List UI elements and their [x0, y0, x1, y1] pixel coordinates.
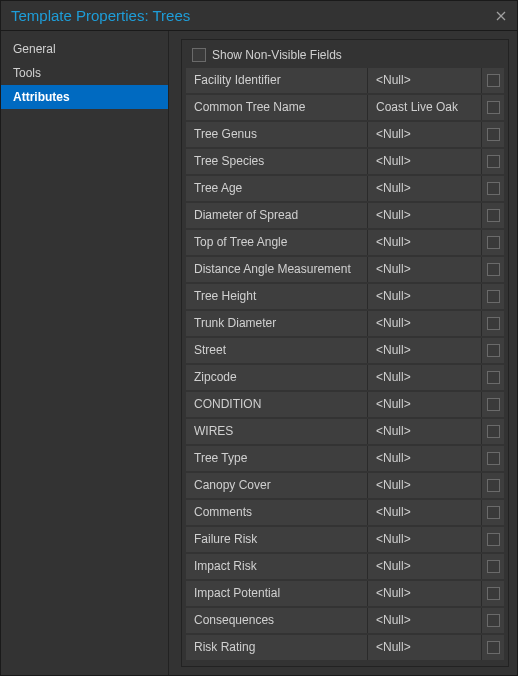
attribute-check-cell	[482, 365, 504, 390]
attribute-value[interactable]: <Null>	[368, 338, 482, 363]
attribute-label: Tree Height	[186, 284, 368, 309]
attribute-row: Common Tree NameCoast Live Oak	[186, 95, 504, 120]
attribute-row: Tree Genus<Null>	[186, 122, 504, 147]
attribute-check-cell	[482, 257, 504, 282]
attribute-checkbox[interactable]	[487, 317, 500, 330]
attribute-checkbox[interactable]	[487, 641, 500, 654]
attribute-label: Comments	[186, 500, 368, 525]
attribute-check-cell	[482, 122, 504, 147]
attribute-label: Zipcode	[186, 365, 368, 390]
attribute-table: Facility Identifier<Null>Common Tree Nam…	[186, 68, 504, 662]
titlebar: Template Properties: Trees	[1, 1, 517, 31]
attribute-value[interactable]: <Null>	[368, 554, 482, 579]
sidebar-item-tools[interactable]: Tools	[1, 61, 168, 85]
attribute-value[interactable]: <Null>	[368, 284, 482, 309]
attribute-checkbox[interactable]	[487, 155, 500, 168]
attribute-value[interactable]: <Null>	[368, 122, 482, 147]
attribute-checkbox[interactable]	[487, 425, 500, 438]
dialog-window: Template Properties: Trees GeneralToolsA…	[0, 0, 518, 676]
attribute-value[interactable]: <Null>	[368, 230, 482, 255]
attribute-value[interactable]: <Null>	[368, 635, 482, 660]
attribute-checkbox[interactable]	[487, 587, 500, 600]
attribute-checkbox[interactable]	[487, 452, 500, 465]
attribute-check-cell	[482, 581, 504, 606]
attribute-value[interactable]: <Null>	[368, 419, 482, 444]
show-nonvisible-checkbox[interactable]	[192, 48, 206, 62]
attribute-label: Impact Risk	[186, 554, 368, 579]
attribute-checkbox[interactable]	[487, 344, 500, 357]
attribute-check-cell	[482, 446, 504, 471]
attribute-value[interactable]: <Null>	[368, 392, 482, 417]
attribute-row: Risk Rating<Null>	[186, 635, 504, 660]
close-button[interactable]	[493, 8, 509, 24]
attribute-value[interactable]: <Null>	[368, 257, 482, 282]
attribute-label: Tree Species	[186, 149, 368, 174]
attribute-checkbox[interactable]	[487, 263, 500, 276]
attribute-value[interactable]: <Null>	[368, 203, 482, 228]
attribute-label: Facility Identifier	[186, 68, 368, 93]
attribute-value[interactable]: <Null>	[368, 365, 482, 390]
attribute-row: Tree Height<Null>	[186, 284, 504, 309]
attribute-label: Failure Risk	[186, 527, 368, 552]
attribute-checkbox[interactable]	[487, 506, 500, 519]
attribute-check-cell	[482, 527, 504, 552]
attribute-check-cell	[482, 311, 504, 336]
attribute-check-cell	[482, 608, 504, 633]
show-nonvisible-label: Show Non-Visible Fields	[212, 48, 342, 62]
attribute-checkbox[interactable]	[487, 209, 500, 222]
attribute-row: Comments<Null>	[186, 500, 504, 525]
attribute-check-cell	[482, 176, 504, 201]
attribute-value[interactable]: <Null>	[368, 500, 482, 525]
attribute-row: Impact Risk<Null>	[186, 554, 504, 579]
attribute-checkbox[interactable]	[487, 614, 500, 627]
attribute-row: Zipcode<Null>	[186, 365, 504, 390]
attribute-value[interactable]: Coast Live Oak	[368, 95, 482, 120]
attribute-row: Tree Species<Null>	[186, 149, 504, 174]
attribute-checkbox[interactable]	[487, 74, 500, 87]
sidebar-item-label: Attributes	[13, 90, 70, 104]
attribute-row: Facility Identifier<Null>	[186, 68, 504, 93]
attribute-checkbox[interactable]	[487, 479, 500, 492]
attribute-label: Street	[186, 338, 368, 363]
attribute-value[interactable]: <Null>	[368, 68, 482, 93]
attribute-row: Trunk Diameter<Null>	[186, 311, 504, 336]
attribute-checkbox[interactable]	[487, 290, 500, 303]
attribute-checkbox[interactable]	[487, 236, 500, 249]
sidebar-item-general[interactable]: General	[1, 37, 168, 61]
attribute-check-cell	[482, 203, 504, 228]
attribute-value[interactable]: <Null>	[368, 473, 482, 498]
attribute-label: Risk Rating	[186, 635, 368, 660]
attribute-check-cell	[482, 392, 504, 417]
attribute-checkbox[interactable]	[487, 182, 500, 195]
main-panel: Show Non-Visible Fields Facility Identif…	[169, 31, 517, 675]
attribute-label: Common Tree Name	[186, 95, 368, 120]
attribute-value[interactable]: <Null>	[368, 608, 482, 633]
attribute-value[interactable]: <Null>	[368, 176, 482, 201]
attribute-checkbox[interactable]	[487, 101, 500, 114]
attribute-value[interactable]: <Null>	[368, 311, 482, 336]
sidebar-item-attributes[interactable]: Attributes	[1, 85, 168, 109]
attribute-checkbox[interactable]	[487, 371, 500, 384]
attribute-value[interactable]: <Null>	[368, 581, 482, 606]
attribute-value[interactable]: <Null>	[368, 149, 482, 174]
attribute-label: Diameter of Spread	[186, 203, 368, 228]
attribute-value[interactable]: <Null>	[368, 527, 482, 552]
attribute-row: Tree Age<Null>	[186, 176, 504, 201]
attribute-checkbox[interactable]	[487, 128, 500, 141]
attribute-value[interactable]: <Null>	[368, 446, 482, 471]
attribute-checkbox[interactable]	[487, 533, 500, 546]
attributes-panel: Show Non-Visible Fields Facility Identif…	[181, 39, 509, 667]
sidebar-item-label: General	[13, 42, 56, 56]
dialog-body: GeneralToolsAttributes Show Non-Visible …	[1, 31, 517, 675]
attribute-row: CONDITION<Null>	[186, 392, 504, 417]
window-title: Template Properties: Trees	[11, 7, 190, 24]
attribute-checkbox[interactable]	[487, 560, 500, 573]
attribute-label: Trunk Diameter	[186, 311, 368, 336]
attribute-check-cell	[482, 284, 504, 309]
show-nonvisible-row: Show Non-Visible Fields	[186, 44, 504, 68]
attribute-label: Tree Type	[186, 446, 368, 471]
attribute-checkbox[interactable]	[487, 398, 500, 411]
attribute-check-cell	[482, 473, 504, 498]
attribute-label: Top of Tree Angle	[186, 230, 368, 255]
attribute-row: Consequences<Null>	[186, 608, 504, 633]
